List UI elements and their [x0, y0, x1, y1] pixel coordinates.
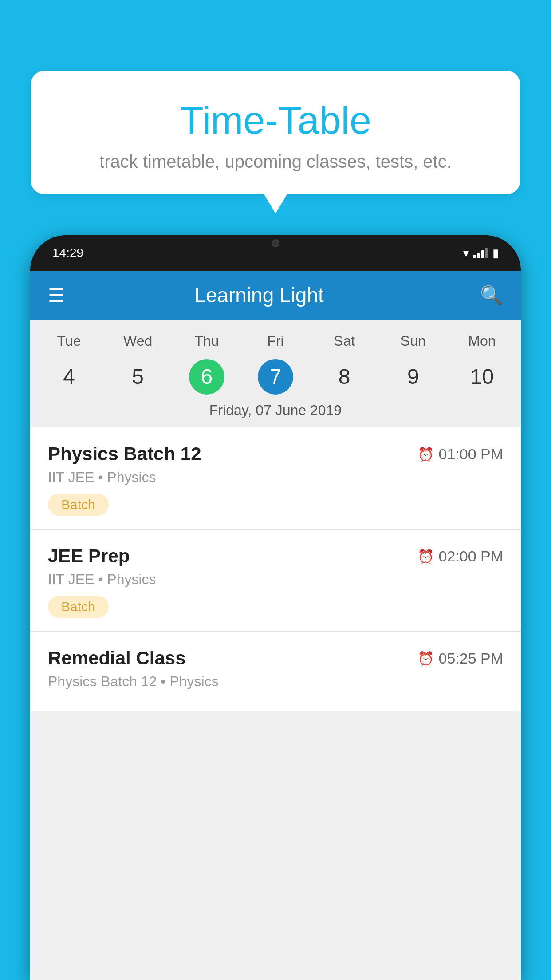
schedule-item-title: Physics Batch 12	[48, 443, 201, 465]
day-header: Fri	[241, 328, 310, 354]
day-headers: TueWedThuFriSatSunMon	[30, 328, 521, 354]
app-toolbar: ☰ Learning Light 🔍	[30, 271, 521, 320]
phone-frame: 14:29 ▾ ▮ ☰ Learning Light 🔍	[30, 235, 521, 980]
search-icon[interactable]: 🔍	[480, 285, 503, 306]
schedule-item-time: ⏰02:00 PM	[417, 548, 503, 565]
schedule-item-subtitle: IIT JEE • Physics	[48, 469, 503, 486]
day-header: Tue	[35, 328, 103, 354]
schedule-list: Physics Batch 12⏰01:00 PMIIT JEE • Physi…	[30, 427, 521, 711]
date-cell[interactable]: 10	[470, 358, 494, 395]
batch-tag: Batch	[48, 596, 109, 618]
app-title: Learning Light	[78, 283, 440, 307]
calendar-section: TueWedThuFriSatSunMon 45678910 Friday, 0…	[30, 320, 521, 427]
schedule-item-subtitle: IIT JEE • Physics	[48, 571, 503, 588]
date-cell[interactable]: 9	[407, 358, 419, 395]
wifi-icon: ▾	[463, 246, 469, 260]
schedule-item[interactable]: Remedial Class⏰05:25 PMPhysics Batch 12 …	[30, 632, 521, 711]
day-header: Thu	[172, 328, 241, 354]
app-content: ☰ Learning Light 🔍 TueWedThuFriSatSunMon…	[30, 271, 521, 980]
date-cell[interactable]: 5	[132, 358, 144, 395]
tooltip-title: Time-Table	[53, 98, 498, 143]
day-header: Sun	[379, 328, 448, 354]
clock-icon: ⏰	[417, 651, 434, 666]
tooltip-card: Time-Table track timetable, upcoming cla…	[31, 71, 520, 194]
camera-dot	[272, 239, 279, 247]
date-cell[interactable]: 7	[258, 359, 293, 395]
schedule-item-time: ⏰05:25 PM	[417, 650, 503, 667]
hamburger-icon[interactable]: ☰	[48, 285, 65, 306]
day-header: Mon	[448, 328, 516, 354]
battery-icon: ▮	[492, 246, 499, 260]
date-cell[interactable]: 4	[63, 358, 75, 395]
schedule-item[interactable]: Physics Batch 12⏰01:00 PMIIT JEE • Physi…	[30, 427, 521, 530]
day-header: Sat	[310, 328, 379, 354]
tooltip-subtitle: track timetable, upcoming classes, tests…	[53, 152, 498, 172]
schedule-item-title: JEE Prep	[48, 545, 130, 567]
clock-icon: ⏰	[417, 549, 434, 564]
schedule-item-subtitle: Physics Batch 12 • Physics	[48, 673, 503, 690]
status-icons: ▾ ▮	[463, 246, 499, 260]
batch-tag: Batch	[48, 494, 109, 516]
date-cell[interactable]: 8	[338, 358, 350, 395]
status-bar: 14:29 ▾ ▮	[30, 235, 521, 271]
date-row[interactable]: 45678910	[30, 354, 521, 395]
schedule-item-time: ⏰01:00 PM	[417, 446, 503, 463]
signal-icon	[473, 248, 488, 258]
day-header: Wed	[103, 328, 172, 354]
phone-time: 14:29	[52, 246, 83, 260]
schedule-item-title: Remedial Class	[48, 648, 186, 669]
phone-notch	[249, 235, 302, 251]
clock-icon: ⏰	[417, 447, 434, 462]
schedule-item[interactable]: JEE Prep⏰02:00 PMIIT JEE • PhysicsBatch	[30, 530, 521, 632]
date-cell[interactable]: 6	[189, 359, 224, 395]
selected-date-label: Friday, 07 June 2019	[30, 395, 521, 427]
